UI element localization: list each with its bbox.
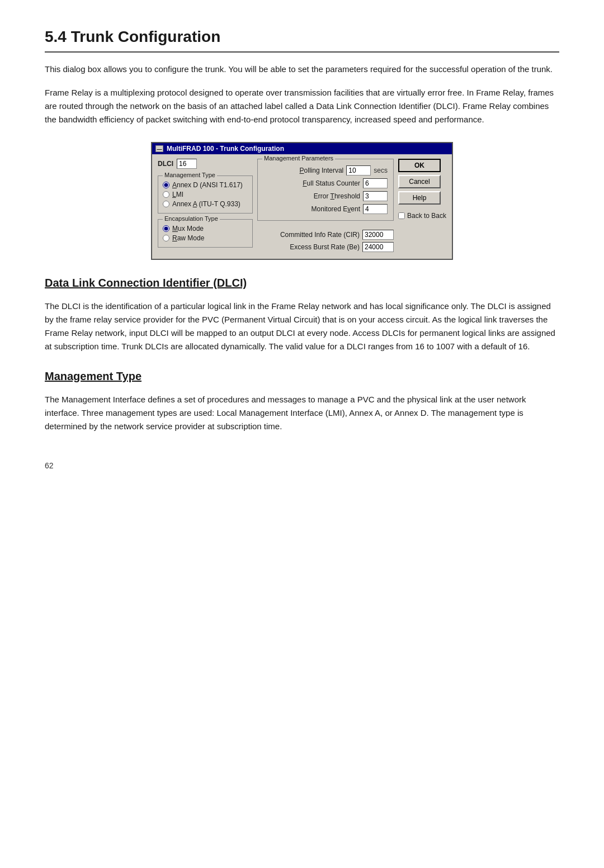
help-button[interactable]: Help bbox=[398, 191, 441, 205]
encapsulation-type-title: Encapsulation Type bbox=[163, 215, 220, 222]
dialog-col-right: OK Cancel Help Back to Back bbox=[398, 159, 446, 254]
dialog-wrapper: — MultiFRAD 100 - Trunk Configuration DL… bbox=[45, 142, 559, 260]
be-label: Excess Burst Rate (Be) bbox=[290, 243, 360, 251]
cir-section: Committed Info Rate (CIR) Excess Burst R… bbox=[257, 227, 394, 254]
radio-lmi-label: LMI bbox=[172, 191, 183, 198]
radio-lmi[interactable]: LMI bbox=[163, 191, 248, 198]
dialog-col-left: DLCI Management Type Annex D (ANSI T1.61… bbox=[158, 159, 253, 254]
radio-annex-d-label: Annex D (ANSI T1.617) bbox=[172, 181, 243, 189]
dlci-section-heading: Data Link Connection Identifier (DLCI) bbox=[45, 277, 559, 290]
polling-interval-label: Polling Interval bbox=[300, 167, 344, 174]
radio-lmi-input[interactable] bbox=[163, 191, 169, 198]
intro-paragraph-1: This dialog box allows you to configure … bbox=[45, 63, 559, 76]
cancel-button[interactable]: Cancel bbox=[398, 175, 441, 188]
mgmt-type-section-text: The Management Interface defines a set o… bbox=[45, 393, 559, 433]
param-row-polling: Polling Interval secs bbox=[263, 165, 388, 176]
radio-annex-a[interactable]: Annex A (ITU-T Q.933) bbox=[163, 200, 248, 208]
section-number: 5.4 bbox=[45, 28, 67, 45]
back-to-back-label: Back to Back bbox=[407, 212, 446, 220]
cir-row: Committed Info Rate (CIR) bbox=[257, 230, 394, 240]
mgmt-params-title: Management Parameters bbox=[262, 155, 335, 162]
dlci-label: DLCI bbox=[158, 160, 173, 168]
radio-annex-d-input[interactable] bbox=[163, 182, 169, 188]
full-status-input[interactable] bbox=[363, 178, 388, 188]
be-input[interactable] bbox=[362, 242, 394, 252]
title-text: Trunk Configuration bbox=[71, 28, 221, 45]
management-params-group: Management Parameters Polling Interval s… bbox=[257, 159, 394, 221]
dialog-body: DLCI Management Type Annex D (ANSI T1.61… bbox=[152, 154, 452, 259]
monitored-event-label: Monitored Event bbox=[312, 205, 360, 213]
radio-raw-mode-input[interactable] bbox=[163, 235, 169, 241]
dlci-row: DLCI bbox=[158, 159, 253, 169]
dialog-main: DLCI Management Type Annex D (ANSI T1.61… bbox=[158, 159, 446, 254]
dialog-system-icon[interactable]: — bbox=[155, 145, 163, 152]
back-to-back-row[interactable]: Back to Back bbox=[398, 212, 446, 220]
dlci-section-text: The DLCI is the identification of a part… bbox=[45, 300, 559, 353]
page-title: 5.4 Trunk Configuration bbox=[45, 28, 559, 53]
radio-annex-a-input[interactable] bbox=[163, 201, 169, 207]
error-threshold-label: Error Threshold bbox=[314, 192, 360, 200]
dialog-title-text: MultiFRAD 100 - Trunk Configuration bbox=[167, 145, 284, 153]
radio-mux-mode-label: Mux Mode bbox=[172, 225, 204, 233]
page-number: 62 bbox=[45, 461, 559, 470]
monitored-event-input[interactable] bbox=[363, 204, 388, 214]
dialog-titlebar: — MultiFRAD 100 - Trunk Configuration bbox=[152, 143, 452, 154]
encapsulation-type-group: Encapsulation Type Mux Mode Raw Mode bbox=[158, 219, 253, 248]
radio-annex-a-label: Annex A (ITU-T Q.933) bbox=[172, 200, 240, 208]
dialog-col-mid: Management Parameters Polling Interval s… bbox=[257, 159, 394, 254]
cir-input[interactable] bbox=[362, 230, 394, 240]
management-type-title: Management Type bbox=[163, 172, 217, 178]
param-row-monitored: Monitored Event bbox=[263, 204, 388, 214]
cir-label: Committed Info Rate (CIR) bbox=[280, 231, 360, 239]
be-row: Excess Burst Rate (Be) bbox=[257, 242, 394, 252]
error-threshold-input[interactable] bbox=[363, 191, 388, 201]
radio-mux-mode[interactable]: Mux Mode bbox=[163, 225, 248, 233]
dlci-input[interactable] bbox=[177, 159, 197, 169]
trunk-config-dialog: — MultiFRAD 100 - Trunk Configuration DL… bbox=[151, 142, 453, 260]
radio-raw-mode[interactable]: Raw Mode bbox=[163, 234, 248, 242]
full-status-label: Full Status Counter bbox=[303, 179, 360, 187]
back-to-back-checkbox[interactable] bbox=[398, 212, 405, 219]
radio-annex-d[interactable]: Annex D (ANSI T1.617) bbox=[163, 181, 248, 189]
intro-paragraph-2: Frame Relay is a multiplexing protocol d… bbox=[45, 86, 559, 126]
polling-secs-label: secs bbox=[374, 167, 388, 174]
radio-raw-mode-label: Raw Mode bbox=[172, 234, 204, 242]
radio-mux-mode-input[interactable] bbox=[163, 225, 169, 232]
ok-button[interactable]: OK bbox=[398, 159, 441, 172]
mgmt-type-section-heading: Management Type bbox=[45, 370, 559, 383]
param-row-error: Error Threshold bbox=[263, 191, 388, 201]
param-row-full-status: Full Status Counter bbox=[263, 178, 388, 188]
polling-interval-input[interactable] bbox=[346, 165, 371, 176]
management-type-group: Management Type Annex D (ANSI T1.617) LM… bbox=[158, 176, 253, 214]
